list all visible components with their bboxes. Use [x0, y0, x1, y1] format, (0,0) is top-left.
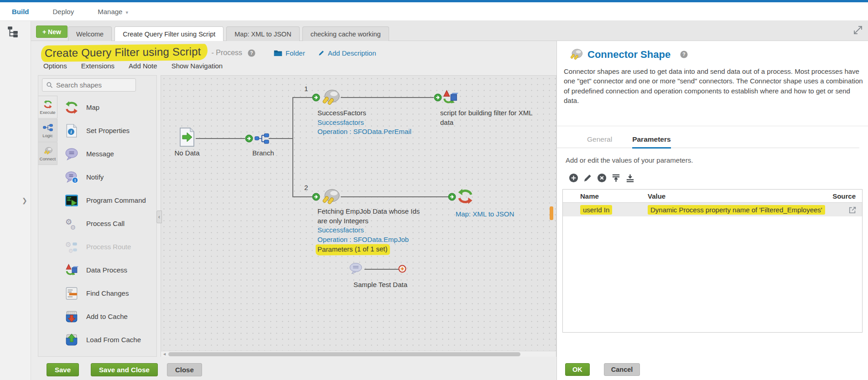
branch-number: 2	[304, 184, 308, 191]
operation-component-link[interactable]: Operation : SFOData.PerEmail	[317, 127, 427, 137]
add-description-link[interactable]: Add Description	[318, 49, 376, 57]
branch-shape[interactable]	[254, 133, 270, 144]
parameters-link-highlighted[interactable]: Parameters (1 of 1 set)	[316, 244, 390, 256]
shape-category-tab[interactable]: Logic	[38, 119, 57, 142]
connection-component-link[interactable]: Successfactors	[317, 226, 425, 235]
expand-rail-chevron[interactable]: ❯	[22, 197, 27, 204]
workspace-tab[interactable]: checking cache working	[302, 26, 389, 41]
remove-parameter-icon[interactable]	[597, 173, 607, 183]
shape-item[interactable]: Add to Cache	[57, 305, 157, 328]
ok-button[interactable]: OK	[565, 363, 590, 376]
shape-search-box[interactable]	[42, 78, 136, 92]
scrollbar-thumb[interactable]	[168, 352, 520, 356]
menu-item[interactable]: Show Navigation	[172, 62, 223, 70]
program-command-icon	[65, 194, 78, 207]
top-navigation: BuildDeployManage	[0, 2, 868, 21]
add-parameter-icon[interactable]	[569, 173, 578, 183]
connection-arrow-icon	[312, 93, 320, 102]
connector-shape-empjob[interactable]	[320, 188, 341, 205]
page-header: Create Query Filter using Script - Proce…	[41, 45, 376, 61]
expand-workspace-icon[interactable]	[852, 25, 863, 36]
connection-arrow-icon	[245, 134, 253, 143]
top-nav-item[interactable]: Build	[12, 8, 29, 15]
shape-item[interactable]: Load From Cache	[57, 328, 157, 351]
stop-shape[interactable]	[398, 265, 406, 273]
shape-category-tab[interactable]: Execute	[38, 96, 57, 118]
help-icon[interactable]: ?	[680, 51, 688, 58]
connection-component-link[interactable]: Successfactors	[317, 118, 427, 128]
connection-arrow-icon	[448, 193, 456, 201]
column-header-source: Source	[829, 192, 862, 200]
shape-item[interactable]: Data Process	[57, 258, 157, 282]
import-parameters-icon[interactable]	[625, 173, 635, 183]
shape-item[interactable]: ! Notify	[57, 165, 157, 189]
shape-item[interactable]: Program Command	[57, 189, 157, 212]
process-tree-icon[interactable]	[7, 26, 19, 37]
message-icon	[65, 147, 78, 161]
note-shape[interactable]	[349, 262, 363, 274]
shape-item-label: Find Changes	[86, 289, 129, 297]
connector-shape-successfactors[interactable]	[320, 89, 341, 106]
panel-actions: OK Cancel	[565, 363, 640, 376]
shape-item-label: Load From Cache	[86, 336, 141, 344]
shape-item[interactable]: Message	[57, 142, 157, 165]
operation-component-link[interactable]: Operation : SFOData.EmpJob	[317, 235, 425, 245]
shape-item[interactable]: i Set Properties	[57, 119, 157, 142]
canvas-vertical-scrollbar-thumb[interactable]	[550, 206, 553, 220]
panel-tab[interactable]: Parameters	[632, 135, 670, 149]
menu-item[interactable]: Options	[43, 62, 67, 70]
workspace-tab[interactable]: Create Query Filter using Script	[114, 26, 223, 41]
shape-category-tab[interactable]: Connect	[38, 142, 57, 165]
open-source-icon[interactable]	[848, 206, 857, 214]
workspace-tab[interactable]: Welcome	[68, 26, 112, 41]
shape-item-label: Data Process	[86, 266, 127, 274]
svg-text:⚙: ⚙	[68, 247, 74, 253]
load-from-cache-icon	[65, 333, 78, 347]
export-parameters-icon[interactable]	[611, 173, 621, 183]
new-tab-button[interactable]: + New	[36, 26, 68, 38]
highlight-mark: Create Query Filter using Script	[41, 44, 208, 62]
workspace-tab[interactable]: Map: XML to JSON	[226, 26, 299, 41]
process-canvas[interactable]: No Data Branch 1 SuccessFactors Successf…	[161, 75, 556, 357]
shape-item[interactable]: ⚙⚙ Process Route	[57, 235, 157, 258]
connection-line	[292, 97, 313, 98]
svg-text:!: !	[74, 178, 76, 183]
shape-item[interactable]: ⚙⚙ Process Call	[57, 212, 157, 235]
shape-search-input[interactable]	[56, 81, 129, 89]
top-nav-item[interactable]: Deploy	[53, 8, 74, 15]
workspace-tab-bar: + New WelcomeCreate Query Filter using S…	[31, 21, 868, 41]
menu-item[interactable]: Add Note	[129, 62, 157, 70]
shape-item[interactable]: Map	[57, 96, 157, 119]
scroll-left-arrow[interactable]: ◄	[162, 352, 166, 356]
footer-actions: Save Save and Close Close	[47, 363, 202, 376]
edit-parameter-icon[interactable]	[583, 173, 593, 183]
canvas-horizontal-scrollbar[interactable]: ◄	[161, 351, 556, 357]
add-description-label: Add Description	[328, 49, 376, 57]
menu-item[interactable]: Extensions	[81, 62, 114, 70]
folder-link[interactable]: Folder	[274, 49, 305, 57]
cancel-button[interactable]: Cancel	[604, 363, 640, 376]
help-icon[interactable]: ?	[248, 49, 255, 57]
connect-icon	[43, 146, 53, 155]
close-button[interactable]: Close	[167, 363, 202, 376]
save-and-close-button[interactable]: Save and Close	[91, 363, 158, 376]
parameter-row[interactable]: userId In Dynamic Process property name …	[563, 203, 862, 216]
parameters-table-header: Name Value Source	[563, 190, 862, 203]
svg-text:?: ?	[682, 52, 685, 57]
top-nav-item[interactable]: Manage	[98, 8, 128, 15]
map-shape-xml-to-json[interactable]	[457, 188, 473, 205]
parameters-table: Name Value Source userId In Dynamic Proc…	[562, 189, 863, 333]
shape-item[interactable]: Find Changes	[57, 282, 157, 305]
connection-line	[341, 196, 449, 197]
start-shape-nodata[interactable]	[179, 128, 195, 147]
note-label: Sample Test Data	[342, 281, 419, 288]
process-menubar: OptionsExtensionsAdd NoteShow Navigation	[43, 62, 223, 70]
collapse-sidebar-handle[interactable]: ‹	[156, 211, 162, 223]
save-button[interactable]: Save	[47, 363, 79, 376]
panel-tab[interactable]: General	[587, 135, 612, 149]
map-shape-label[interactable]: Map: XML to JSON	[439, 210, 530, 218]
connector-plug-icon	[568, 48, 583, 61]
data-process-shape-script[interactable]	[442, 89, 458, 106]
shape-categories: Execute Logic Connect	[38, 96, 57, 165]
svg-text:?: ?	[250, 51, 253, 56]
